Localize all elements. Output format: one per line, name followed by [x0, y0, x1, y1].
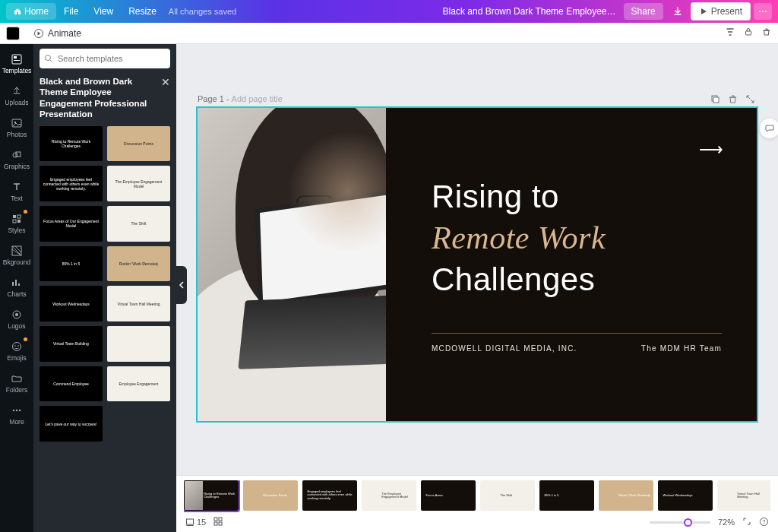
help-button[interactable]: ? [759, 517, 769, 528]
template-thumb[interactable]: The Employee Engagement Model [107, 166, 170, 201]
color-picker-button[interactable] [6, 27, 20, 40]
rail-charts[interactable]: Charts [0, 272, 33, 304]
styles-icon [0, 213, 33, 225]
template-thumb[interactable]: Commend Employee [40, 366, 103, 402]
svg-rect-12 [17, 220, 21, 223]
delete-page-button[interactable] [728, 94, 738, 106]
page-thumb-label: Focus Areas [426, 494, 473, 497]
play-icon [699, 7, 708, 16]
rail-uploads[interactable]: Uploads [0, 81, 33, 112]
svg-point-16 [13, 343, 21, 351]
rail-label: Charts [0, 290, 33, 298]
animate-icon [33, 28, 44, 39]
filter-icon[interactable] [725, 27, 735, 40]
template-thumb[interactable]: Virtual Town Hall Meeting [107, 286, 170, 321]
search-input[interactable] [58, 54, 166, 63]
slide-team[interactable]: The MDM HR Team [641, 344, 722, 353]
search-input-wrap[interactable] [40, 49, 170, 68]
panel-collapse-tab[interactable] [176, 266, 187, 304]
page-thumbnails: Rising to Remote Work ChallengesDiscussi… [184, 480, 770, 514]
page-thumb[interactable]: Engaged employees feel connected with ot… [302, 480, 357, 511]
page-label[interactable]: Page 1 - Add page title [198, 94, 763, 103]
rail-graphics[interactable]: Graphics [0, 144, 33, 176]
template-thumb[interactable]: Rockin' Work Remotely [107, 246, 170, 282]
thumb-label: Rising to Remote Work Challenges [43, 139, 100, 148]
rail-label: Photos [0, 131, 33, 138]
slide-company[interactable]: MCDOWELL DIGITAL MEDIA, INC. [432, 344, 577, 353]
more-button[interactable]: ⋯ [754, 3, 772, 20]
template-thumb[interactable]: Let's pave our way to success! [40, 406, 103, 442]
page-thumb[interactable]: Rockin' Work Remotely [599, 480, 653, 511]
template-thumb[interactable]: Employee Engagement [107, 366, 170, 402]
rail-label: Graphics [0, 163, 33, 170]
present-button[interactable]: Present [691, 2, 751, 21]
rail-photos[interactable]: Photos [0, 112, 33, 144]
template-thumb[interactable]: Focus Areas of Our Engagement Model [40, 206, 103, 242]
svg-point-19 [13, 410, 14, 411]
zoom-slider[interactable] [650, 521, 710, 524]
rail-folders[interactable]: Folders [0, 368, 33, 400]
template-thumb[interactable] [107, 326, 170, 362]
download-button[interactable] [668, 3, 688, 20]
rail-templates[interactable]: Templates [0, 49, 33, 81]
slide-canvas[interactable]: ⟶ Rising to Remote Work Challenges MCDOW… [196, 106, 758, 423]
page-thumb[interactable]: Discussion Points [243, 480, 298, 511]
page-thumb[interactable]: The Employee Engagement Model [362, 480, 416, 511]
page-thumb[interactable]: Virtual Town Hall Meeting [717, 480, 770, 511]
trash-icon[interactable] [761, 27, 772, 40]
view-menu[interactable]: View [86, 3, 121, 20]
page-thumb[interactable]: Rising to Remote Work Challenges [184, 480, 239, 511]
template-thumb[interactable]: The Shift [107, 206, 170, 242]
rail-emojis[interactable]: Emojis [0, 336, 33, 368]
slider-knob[interactable] [684, 518, 692, 527]
page-thumb[interactable]: The Shift [480, 480, 535, 511]
svg-rect-4 [14, 60, 20, 61]
rail-more[interactable]: More [0, 400, 33, 432]
slide-title[interactable]: Rising to Remote Work Challenges [432, 176, 722, 299]
share-button[interactable]: Share [624, 3, 663, 20]
thumb-label: Engaged employees feel connected with ot… [43, 177, 100, 191]
rail-styles[interactable]: Styles [0, 208, 33, 240]
add-page-title[interactable]: Add page title [232, 94, 283, 103]
title-line1: Rising to [432, 179, 559, 214]
template-thumb[interactable]: Discussion Points [107, 126, 170, 162]
rail-text[interactable]: Text [0, 176, 33, 208]
page-thumb-label: Workout Wednesdays [663, 494, 710, 497]
grid-view-button[interactable] [213, 517, 223, 527]
thumb-label: Let's pave our way to success! [43, 422, 100, 426]
rail-logos[interactable]: Logos [0, 304, 33, 336]
comments-button[interactable] [760, 119, 778, 138]
fullscreen-button[interactable] [742, 517, 751, 527]
rail-label: Bkground [0, 258, 33, 266]
svg-rect-1 [746, 31, 751, 35]
folders-icon [0, 372, 33, 385]
expand-page-button[interactable] [745, 94, 755, 106]
uploads-icon [0, 85, 33, 97]
animate-button[interactable]: Animate [27, 26, 87, 41]
template-thumb[interactable]: Workout Wednesdays [40, 286, 103, 321]
page-thumb[interactable]: Workout Wednesdays [658, 480, 713, 511]
resize-menu[interactable]: Resize [121, 3, 164, 20]
template-thumb[interactable]: Virtual Team Building [40, 326, 103, 362]
template-thumb[interactable]: Engaged employees feel connected with ot… [40, 166, 103, 201]
page-thumb[interactable]: 85% 1 in 5 [539, 480, 594, 511]
template-thumb[interactable]: Rising to Remote Work Challenges [40, 126, 103, 162]
thumb-label: The Shift [110, 221, 167, 226]
slide-count[interactable]: 15 [185, 518, 206, 527]
home-label: Home [24, 6, 49, 17]
template-thumb[interactable]: 85% 1 in 5 [40, 246, 103, 282]
home-button[interactable]: Home [6, 3, 56, 20]
emoji-icon [0, 340, 33, 353]
rail-label: Templates [0, 67, 33, 74]
template-thumb-grid: Rising to Remote Work ChallengesDiscussi… [40, 126, 170, 442]
panel-close-button[interactable]: ✕ [161, 76, 170, 88]
rail-background[interactable]: Bkground [0, 240, 33, 272]
page-thumb-label: The Employee Engagement Model [381, 492, 413, 499]
lock-icon[interactable] [743, 27, 754, 40]
zoom-value[interactable]: 72% [718, 518, 735, 527]
duplicate-page-button[interactable] [710, 94, 720, 106]
page-thumb[interactable]: Focus Areas [421, 480, 476, 511]
file-menu[interactable]: File [56, 3, 86, 20]
page-thumb-label: Discussion Points [263, 494, 295, 497]
document-title[interactable]: Black and Brown Dark Theme Employee Enga… [443, 6, 618, 17]
